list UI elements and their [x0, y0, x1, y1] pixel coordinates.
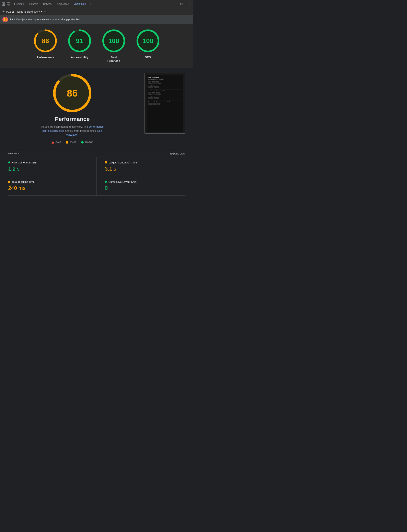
preview-post-2-author: Posted by htmlguy1: [148, 96, 181, 97]
detail-description: Values are estimated and may vary. The p…: [38, 125, 107, 137]
svg-rect-1: [3, 3, 5, 4]
preview-post-1: His mother had always taught him React N…: [148, 79, 181, 88]
svg-rect-3: [3, 4, 5, 6]
cursor-icon[interactable]: [2, 2, 5, 6]
session-selector[interactable]: 0:13:25 - nextjs-tanstack-query ▼: [6, 10, 43, 13]
more-options-icon[interactable]: ⋮: [184, 2, 188, 6]
big-performance-circle: 86: [52, 73, 93, 114]
metrics-grid: First Contentful Paint 1.2 s Largest Con…: [0, 157, 193, 196]
preview-content: Post Client Side His mother had always t…: [147, 75, 183, 132]
tab-elements[interactable]: Elements: [13, 0, 25, 8]
preview-title: Post Client Side: [148, 76, 181, 78]
preview-post-3-text: Dave watched as the forest burned up on …: [148, 101, 181, 103]
metric-fcp-status-icon: [8, 161, 10, 163]
page-url: https://nextjs-tanstack-query-fetching-d…: [10, 18, 81, 21]
detail-preview: Post Client Side His mother had always t…: [144, 73, 185, 134]
score-best-practices[interactable]: 100 BestPractices: [102, 29, 126, 63]
preview-post-2-meta: ☆ 2 Replies ☆ December 12, 2023: [148, 94, 181, 95]
detail-left: 86 Performance Values are estimated and …: [8, 73, 136, 144]
preview-post-2-text: He was an expert but not in a discipline: [148, 90, 181, 92]
best-practices-circle: 100: [102, 29, 126, 53]
legend-pass-range: 90–100: [85, 141, 93, 144]
score-seo[interactable]: 100 SEO: [136, 29, 160, 63]
legend-fail: 0–49: [52, 141, 61, 144]
preview-divider-2: [148, 100, 181, 100]
metric-fcp-name: First Contentful Paint: [12, 161, 36, 164]
preview-post-3: Dave watched as the forest burned up on …: [148, 101, 181, 105]
session-bar: + 0:13:25 - nextjs-tanstack-query ▼ ⊘: [0, 8, 193, 15]
seo-circle: 100: [136, 29, 160, 53]
metric-lcp-status-icon: [105, 161, 107, 163]
score-accessibility[interactable]: 91 Accessibility: [67, 29, 92, 63]
preview-post-2-btns: View User View Post: [148, 97, 181, 99]
legend-fail-range: 0–49: [55, 141, 61, 144]
performance-label: Performance: [37, 55, 54, 59]
svg-rect-0: [2, 3, 3, 4]
metric-tbt: Total Blocking Time 240 ms: [8, 176, 97, 196]
performance-score: 86: [42, 37, 49, 45]
metric-fcp: First Contentful Paint 1.2 s: [8, 157, 97, 176]
legend-green-icon: [81, 141, 84, 144]
best-practices-score: 100: [108, 37, 119, 45]
devtools-top-right: ⚙ ⋮ ✕: [180, 2, 192, 6]
detail-top: 86 Performance Values are estimated and …: [8, 73, 185, 144]
tab-application[interactable]: Application: [56, 0, 70, 8]
tab-network[interactable]: Network: [42, 0, 53, 8]
metric-cls-header: Cumulative Layout Shift: [105, 180, 185, 183]
best-practices-label: BestPractices: [108, 55, 120, 63]
metric-cls: Cumulative Layout Shift 0: [97, 176, 185, 196]
preview-post-1-text: His mother had always taught him: [148, 79, 181, 81]
tab-lighthouse[interactable]: Lighthouse: [73, 0, 87, 8]
legend-orange-icon: [66, 141, 68, 144]
preview-post-1-btns: View User View Post: [148, 86, 181, 88]
performance-circle: 86: [33, 29, 58, 53]
preview-post-2-tags: Node Redux GraphQL: [148, 92, 181, 93]
detail-performance-title: Performance: [55, 116, 90, 122]
metrics-header: METRICS Expand view: [0, 149, 193, 157]
metric-lcp-name: Largest Contentful Paint: [109, 161, 137, 164]
metric-lcp-header: Largest Contentful Paint: [105, 161, 185, 164]
metric-fcp-value: 1.2 s: [8, 166, 20, 172]
accessibility-score: 91: [76, 37, 83, 45]
block-icon[interactable]: ⊘: [44, 10, 47, 13]
lighthouse-logo: 🦺: [2, 17, 8, 22]
metrics-label: METRICS: [8, 152, 20, 155]
scores-section: 86 Performance 91 Accessibility 100 Best…: [0, 24, 193, 68]
preview-divider-1: [148, 89, 181, 90]
metric-lcp: Largest Contentful Paint 3.1 s: [97, 157, 185, 176]
settings-icon[interactable]: ⚙: [180, 2, 183, 6]
preview-post-2: He was an expert but not in a discipline…: [148, 90, 181, 99]
devtools-icons: [2, 2, 10, 6]
address-menu-icon[interactable]: ⋮: [187, 17, 191, 22]
score-legend: 0–49 50–89 90–100: [52, 141, 93, 144]
accessibility-circle: 91: [67, 29, 92, 53]
metric-cls-name: Cumulative Layout Shift: [109, 180, 136, 183]
svg-rect-4: [7, 3, 10, 5]
close-devtools-icon[interactable]: ✕: [189, 2, 192, 6]
metric-tbt-status-icon: [8, 181, 10, 183]
preview-post-1-meta: ☆ 3 Replies ☆ November 10, 2023: [148, 83, 181, 84]
metric-cls-value: 0: [105, 185, 108, 191]
svg-rect-2: [2, 4, 3, 6]
legend-average: 50–89: [66, 141, 76, 144]
accessibility-label: Accessibility: [71, 55, 88, 59]
metric-cls-status-icon: [105, 181, 107, 183]
seo-score: 100: [142, 37, 153, 45]
tab-console[interactable]: Console: [29, 0, 39, 8]
inspect-icon[interactable]: [7, 2, 10, 6]
score-performance[interactable]: 86 Performance: [33, 29, 58, 63]
big-performance-score: 86: [67, 88, 78, 99]
preview-post-3-tags: GraphQL Apollo React: [148, 103, 181, 105]
preview-frame: Post Client Side His mother had always t…: [144, 73, 185, 134]
legend-average-range: 50–89: [70, 141, 76, 144]
metric-tbt-name: Total Blocking Time: [12, 180, 35, 183]
metric-tbt-header: Total Blocking Time: [8, 180, 88, 183]
new-tab-button[interactable]: +: [2, 9, 5, 14]
devtools-tab-bar: Elements Console Network Application Lig…: [0, 0, 193, 8]
address-bar: 🦺 https://nextjs-tanstack-query-fetching…: [0, 15, 193, 24]
expand-view-button[interactable]: Expand view: [170, 152, 185, 155]
seo-label: SEO: [145, 55, 151, 59]
tab-more[interactable]: »: [90, 2, 91, 6]
preview-post-1-tags: React NextJS SSR: [148, 81, 181, 83]
legend-pass: 90–100: [81, 141, 93, 144]
